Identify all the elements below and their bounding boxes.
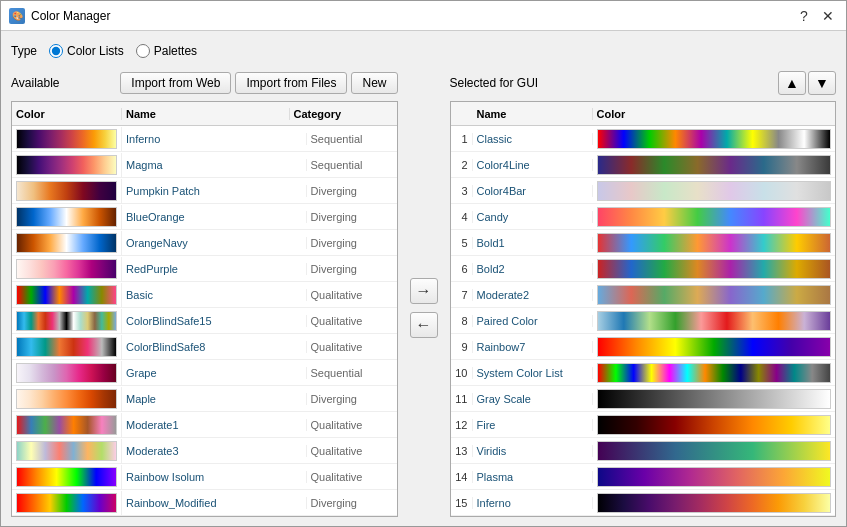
- left-table-row[interactable]: Grape Sequential: [12, 360, 397, 386]
- radio-palettes-label[interactable]: Palettes: [136, 44, 197, 58]
- type-row: Type Color Lists Palettes: [11, 39, 836, 63]
- selected-title: Selected for GUI: [450, 76, 539, 90]
- left-table-row[interactable]: Maple Diverging: [12, 386, 397, 412]
- right-table-row[interactable]: 1 Classic: [451, 126, 836, 152]
- new-button[interactable]: New: [351, 72, 397, 94]
- right-color-swatch: [597, 259, 832, 279]
- color-swatch: [16, 467, 117, 487]
- left-category-cell: Diverging: [307, 185, 397, 197]
- help-button[interactable]: ?: [794, 6, 814, 26]
- color-swatch: [16, 337, 117, 357]
- radio-color-lists[interactable]: [49, 44, 63, 58]
- right-name-cell: Bold2: [473, 263, 593, 275]
- right-swatch-cell: [593, 465, 836, 489]
- left-table-row[interactable]: ColorBlindSafe8 Qualitative: [12, 334, 397, 360]
- color-swatch: [16, 155, 117, 175]
- right-num-cell: 9: [451, 341, 473, 353]
- left-category-cell: Diverging: [307, 237, 397, 249]
- right-table-row[interactable]: 13 Viridis: [451, 438, 836, 464]
- right-swatch-cell: [593, 283, 836, 307]
- left-swatch-cell: [12, 335, 122, 359]
- right-swatch-cell: [593, 257, 836, 281]
- right-swatch-cell: [593, 439, 836, 463]
- selected-table: Name Color 1 Classic 2 Color4Line 3 Colo…: [450, 101, 837, 517]
- left-category-cell: Qualitative: [307, 289, 397, 301]
- left-category-cell: Qualitative: [307, 445, 397, 457]
- left-category-cell: Qualitative: [307, 419, 397, 431]
- left-name-cell: Magma: [122, 159, 307, 171]
- right-swatch-cell: [593, 179, 836, 203]
- left-swatch-cell: [12, 361, 122, 385]
- right-name-cell: Rainbow7: [473, 341, 593, 353]
- right-swatch-cell: [593, 127, 836, 151]
- color-swatch: [16, 493, 117, 513]
- left-swatch-cell: [12, 413, 122, 437]
- right-table-row[interactable]: 9 Rainbow7: [451, 334, 836, 360]
- right-table-row[interactable]: 11 Gray Scale: [451, 386, 836, 412]
- right-table-row[interactable]: 5 Bold1: [451, 230, 836, 256]
- left-swatch-cell: [12, 465, 122, 489]
- radio-palettes[interactable]: [136, 44, 150, 58]
- right-table-row[interactable]: 15 Inferno: [451, 490, 836, 516]
- available-title: Available: [11, 76, 59, 90]
- main-panels: Available Import from Web Import from Fi…: [11, 69, 836, 517]
- radio-color-lists-text: Color Lists: [67, 44, 124, 58]
- right-table-row[interactable]: 12 Fire: [451, 412, 836, 438]
- left-swatch-cell: [12, 387, 122, 411]
- col-name-header: Name: [122, 108, 290, 120]
- left-table-row[interactable]: Magma Sequential: [12, 152, 397, 178]
- right-name-cell: Bold1: [473, 237, 593, 249]
- remove-from-selected-button[interactable]: ←: [410, 312, 438, 338]
- right-color-swatch: [597, 285, 832, 305]
- rcol-name-header: Name: [473, 108, 593, 120]
- bottom-bar: Set Default Plot Colors OK Cancel: [11, 523, 836, 527]
- left-table-row[interactable]: Rainbow Isolum Qualitative: [12, 464, 397, 490]
- right-table-row[interactable]: 8 Paired Color: [451, 308, 836, 334]
- available-table-body[interactable]: Inferno Sequential Magma Sequential Pump…: [12, 126, 397, 516]
- import-files-button[interactable]: Import from Files: [235, 72, 347, 94]
- color-swatch: [16, 259, 117, 279]
- titlebar: 🎨 Color Manager ? ✕: [1, 1, 846, 31]
- left-table-row[interactable]: Moderate3 Qualitative: [12, 438, 397, 464]
- move-down-button[interactable]: ▼: [808, 71, 836, 95]
- right-table-row[interactable]: 3 Color4Bar: [451, 178, 836, 204]
- add-to-selected-button[interactable]: →: [410, 278, 438, 304]
- left-table-row[interactable]: Moderate1 Qualitative: [12, 412, 397, 438]
- radio-color-lists-label[interactable]: Color Lists: [49, 44, 124, 58]
- left-table-row[interactable]: OrangeNavy Diverging: [12, 230, 397, 256]
- left-table-row[interactable]: Rainbow_Modified Diverging: [12, 490, 397, 516]
- left-table-row[interactable]: Basic Qualitative: [12, 282, 397, 308]
- left-table-row[interactable]: Inferno Sequential: [12, 126, 397, 152]
- left-name-cell: Moderate1: [122, 419, 307, 431]
- right-table-row[interactable]: 2 Color4Line: [451, 152, 836, 178]
- right-swatch-cell: [593, 491, 836, 515]
- right-num-cell: 8: [451, 315, 473, 327]
- left-table-row[interactable]: ColorBlindSafe15 Qualitative: [12, 308, 397, 334]
- left-table-row[interactable]: Pumpkin Patch Diverging: [12, 178, 397, 204]
- right-name-cell: Viridis: [473, 445, 593, 457]
- right-panel-header: Selected for GUI ▲ ▼: [450, 69, 837, 97]
- left-table-row[interactable]: RedPurple Diverging: [12, 256, 397, 282]
- right-num-cell: 11: [451, 393, 473, 405]
- selected-table-body[interactable]: 1 Classic 2 Color4Line 3 Color4Bar 4 Can…: [451, 126, 836, 516]
- radio-palettes-text: Palettes: [154, 44, 197, 58]
- window-title: Color Manager: [31, 9, 110, 23]
- left-category-cell: Sequential: [307, 133, 397, 145]
- left-table-row[interactable]: BlueOrange Diverging: [12, 204, 397, 230]
- right-num-cell: 15: [451, 497, 473, 509]
- titlebar-left: 🎨 Color Manager: [9, 8, 110, 24]
- right-table-row[interactable]: 6 Bold2: [451, 256, 836, 282]
- left-name-cell: Moderate3: [122, 445, 307, 457]
- right-table-row[interactable]: 7 Moderate2: [451, 282, 836, 308]
- close-button[interactable]: ✕: [818, 6, 838, 26]
- color-swatch: [16, 389, 117, 409]
- right-table-row[interactable]: 10 System Color List: [451, 360, 836, 386]
- right-header-buttons: ▲ ▼: [778, 71, 836, 95]
- import-web-button[interactable]: Import from Web: [120, 72, 231, 94]
- move-up-button[interactable]: ▲: [778, 71, 806, 95]
- left-swatch-cell: [12, 309, 122, 333]
- right-color-swatch: [597, 363, 832, 383]
- right-table-row[interactable]: 14 Plasma: [451, 464, 836, 490]
- selected-table-header: Name Color: [451, 102, 836, 126]
- right-table-row[interactable]: 4 Candy: [451, 204, 836, 230]
